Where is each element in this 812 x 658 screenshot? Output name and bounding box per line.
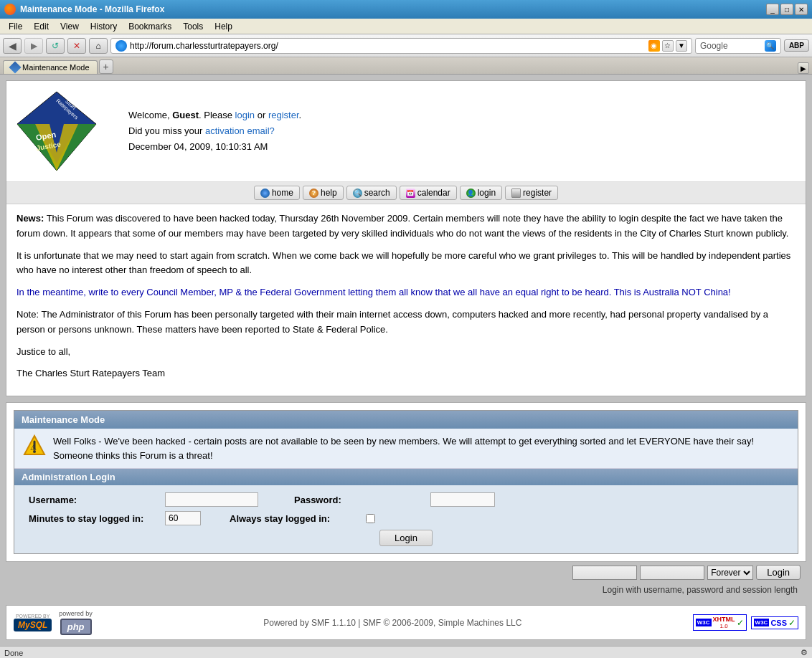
- minimize-button[interactable]: _: [766, 4, 779, 15]
- maintenance-header: Maintenance Mode: [14, 411, 798, 429]
- new-tab-button[interactable]: +: [99, 59, 113, 74]
- admin-login-body: Username: Password: Minutes to stay logg…: [14, 485, 798, 553]
- register-icon: [511, 189, 521, 198]
- activation-link[interactable]: activation email?: [205, 125, 275, 136]
- datetime-line: December 04, 2009, 10:10:31 AM: [128, 139, 798, 155]
- menu-edit[interactable]: Edit: [28, 20, 55, 33]
- forum-logo: Open Justice Charles Sturt Ratepayers: [14, 88, 114, 174]
- xhtml-badge: W3C XHTML 1.0 ✓: [693, 614, 747, 631]
- css-label: CSS: [770, 619, 787, 627]
- home-button[interactable]: ⌂: [89, 38, 108, 54]
- password-label: Password:: [294, 495, 423, 505]
- menu-help[interactable]: Help: [209, 20, 238, 33]
- menu-history[interactable]: History: [85, 20, 123, 33]
- news-closing-1: Justice to all,: [16, 345, 796, 360]
- maximize-button[interactable]: □: [780, 4, 793, 15]
- bottom-login-button[interactable]: Login: [756, 565, 801, 580]
- window-title: Maintenance Mode - Mozilla Firefox: [20, 4, 164, 14]
- search-globe-icon: 🔍: [353, 189, 362, 198]
- register-link[interactable]: register: [268, 110, 299, 120]
- password-input[interactable]: [430, 492, 495, 507]
- nav-calendar-btn[interactable]: 📅 calendar: [400, 186, 457, 200]
- menu-file[interactable]: File: [3, 20, 28, 33]
- maintenance-warning-text: Well Folks - We've been hacked - certain…: [53, 434, 789, 462]
- tab-label: Maintenance Mode: [22, 63, 90, 72]
- mysql-badge: POWERED BY MySQL: [14, 614, 52, 631]
- w3c-css-label: W3C: [754, 619, 770, 626]
- always-logged-in-checkbox[interactable]: [366, 514, 375, 523]
- nav-help-btn[interactable]: ? help: [303, 186, 344, 200]
- titlebar: Maintenance Mode - Mozilla Firefox _ □ ✕: [0, 0, 812, 19]
- welcome-line: Welcome, Guest. Please login or register…: [128, 108, 798, 123]
- rss-icon[interactable]: ◉: [648, 40, 660, 52]
- session-row: Minutes to stay logged in: Always stay l…: [29, 511, 783, 525]
- menu-view[interactable]: View: [55, 20, 85, 33]
- maintenance-inner: Maintenance Mode ⚠ Well Folks - We've be…: [14, 410, 798, 554]
- nav-home-btn[interactable]: home: [254, 186, 300, 200]
- forward-button[interactable]: ▶: [24, 38, 43, 54]
- reload-button[interactable]: ↺: [46, 38, 65, 54]
- status-right-icon: ⚙: [801, 648, 808, 657]
- maintenance-box: Maintenance Mode ⚠ Well Folks - We've be…: [6, 402, 806, 562]
- mysql-logo-text: MySQL: [14, 619, 52, 631]
- login-icon: 👤: [466, 189, 476, 198]
- username-input[interactable]: [165, 492, 258, 507]
- back-button[interactable]: ◀: [3, 38, 22, 54]
- login-link[interactable]: login: [235, 110, 255, 120]
- forum-nav-row: home ? help 🔍 search 📅 calendar 👤 login: [6, 182, 806, 204]
- php-area: powered by php: [59, 610, 93, 635]
- forum-header: Open Justice Charles Sturt Ratepayers We…: [6, 81, 806, 182]
- address-bar[interactable]: http://forum.charlessturtratepayers.org/…: [110, 38, 692, 54]
- footer-center-text: Powered by SMF 1.1.10 | SMF © 2006-2009,…: [107, 618, 679, 628]
- minutes-label: Minutes to stay logged in:: [29, 513, 158, 524]
- firefox-icon: [4, 4, 16, 15]
- always-label: Always stay logged in:: [230, 513, 359, 524]
- session-length-select[interactable]: Forever: [707, 566, 753, 580]
- url-text: http://forum.charlessturtratepayers.org/: [130, 41, 278, 51]
- tab-maintenance-mode[interactable]: Maintenance Mode: [3, 60, 98, 74]
- status-text: Done: [4, 649, 23, 657]
- search-bar[interactable]: Google 🔍: [695, 38, 781, 54]
- window-controls: _ □ ✕: [766, 4, 808, 15]
- menu-tools[interactable]: Tools: [177, 20, 209, 33]
- status-bar: Done ⚙: [0, 646, 812, 658]
- footer-powered-area: POWERED BY MySQL powered by php: [14, 610, 93, 635]
- tab-bar: Maintenance Mode + ▶: [0, 57, 812, 75]
- abp-button[interactable]: ABP: [784, 39, 809, 52]
- news-closing-2: The Charles Sturt Ratepayers Team: [16, 366, 796, 381]
- nav-search-btn[interactable]: 🔍 search: [346, 186, 397, 200]
- news-paragraph-4: Note: The Administrator of this Forum ha…: [16, 307, 796, 338]
- menu-bar: File Edit View History Bookmarks Tools H…: [0, 19, 812, 34]
- minutes-input[interactable]: [165, 511, 201, 525]
- news-area: News: This Forum was discovered to have …: [6, 204, 806, 396]
- activation-line: Did you miss your activation email?: [128, 123, 798, 139]
- bottom-password-input[interactable]: [640, 566, 704, 580]
- tab-scroll-right[interactable]: ▶: [798, 62, 809, 74]
- nav-register-btn[interactable]: register: [505, 186, 558, 200]
- php-logo-text: php: [60, 619, 92, 635]
- nav-login-btn[interactable]: 👤 login: [460, 186, 502, 200]
- welcome-area: Welcome, Guest. Please login or register…: [114, 108, 798, 155]
- close-button[interactable]: ✕: [795, 4, 808, 15]
- bottom-hint-area: Login with username, password and sessio…: [6, 583, 806, 599]
- star-icon[interactable]: ☆: [662, 40, 674, 52]
- powered-by-text: powered by: [59, 610, 93, 617]
- svg-text:⚠: ⚠: [30, 444, 37, 452]
- calendar-icon: 📅: [406, 189, 415, 198]
- bottom-hint-text: Login with username, password and sessio…: [603, 585, 798, 595]
- stop-button[interactable]: ✕: [67, 38, 86, 54]
- bottom-username-input[interactable]: [572, 566, 637, 580]
- guest-label: Guest: [172, 110, 199, 120]
- bookmark-arrow-icon[interactable]: ▼: [676, 40, 687, 52]
- maintenance-warning-row: ⚠ Well Folks - We've been hacked - certa…: [14, 429, 798, 469]
- w3c-badges-area: W3C XHTML 1.0 ✓ W3C CSS ✓: [693, 614, 798, 631]
- xhtml-version: 1.0: [720, 623, 728, 629]
- menu-bookmarks[interactable]: Bookmarks: [123, 20, 177, 33]
- username-row: Username: Password:: [29, 492, 783, 507]
- or-text: or: [255, 110, 268, 120]
- tab-favicon: [9, 62, 22, 74]
- xhtml-checkmark: ✓: [737, 618, 744, 628]
- admin-login-header: Administration Login: [14, 469, 798, 485]
- search-icon[interactable]: 🔍: [765, 40, 776, 52]
- admin-login-button[interactable]: Login: [379, 530, 433, 546]
